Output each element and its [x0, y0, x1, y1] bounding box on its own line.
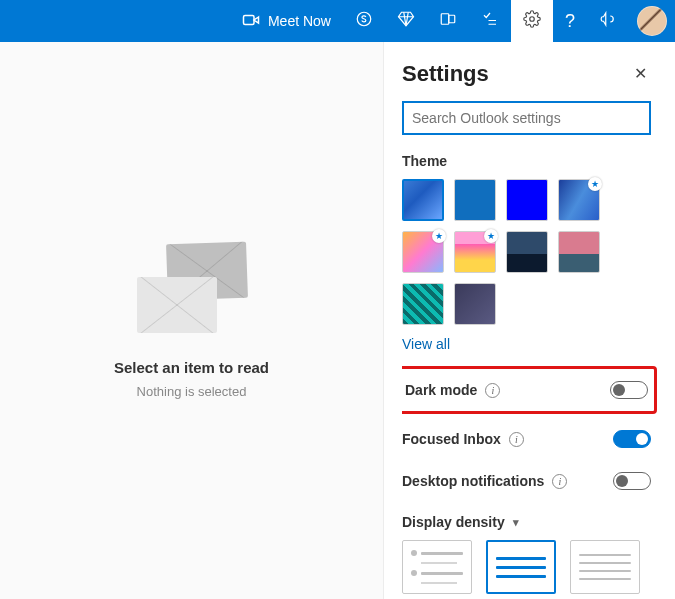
theme-tile[interactable] — [506, 179, 548, 221]
settings-panel: Settings ✕ Theme ★★★ View all Dark mode … — [384, 42, 675, 599]
density-medium[interactable] — [486, 540, 556, 594]
dark-mode-toggle[interactable] — [610, 381, 648, 399]
close-icon: ✕ — [634, 65, 647, 82]
todo-icon — [481, 10, 499, 32]
empty-state-illustration — [137, 243, 247, 333]
outlook-icon — [439, 10, 457, 32]
top-bar: Meet Now ? — [0, 0, 675, 42]
todo-button[interactable] — [469, 0, 511, 42]
settings-button[interactable] — [511, 0, 553, 42]
star-icon: ★ — [432, 229, 446, 243]
theme-tile[interactable]: ★ — [558, 179, 600, 221]
focused-inbox-row: Focused Inbox i — [402, 418, 651, 460]
svg-point-4 — [530, 17, 535, 22]
focused-inbox-label: Focused Inbox — [402, 431, 501, 447]
info-icon[interactable]: i — [485, 383, 500, 398]
theme-tile[interactable] — [454, 179, 496, 221]
main-area: Select an item to read Nothing is select… — [0, 42, 675, 599]
reading-pane-subtitle: Nothing is selected — [137, 384, 247, 399]
premium-button[interactable] — [385, 0, 427, 42]
info-icon[interactable]: i — [509, 432, 524, 447]
star-icon: ★ — [484, 229, 498, 243]
theme-tile[interactable]: ★ — [402, 231, 444, 273]
density-compact[interactable] — [570, 540, 640, 594]
desktop-notifications-toggle[interactable] — [613, 472, 651, 490]
svg-rect-2 — [441, 14, 449, 25]
chevron-down-icon: ▾ — [513, 516, 519, 529]
avatar[interactable] — [637, 6, 667, 36]
theme-tile[interactable] — [402, 283, 444, 325]
theme-grid: ★★★ — [402, 179, 651, 325]
dark-mode-highlight: Dark mode i — [402, 366, 657, 414]
close-button[interactable]: ✕ — [630, 60, 651, 87]
reading-pane: Select an item to read Nothing is select… — [0, 42, 384, 599]
view-all-label: View all — [402, 336, 450, 352]
meet-now-button[interactable]: Meet Now — [230, 0, 343, 42]
density-full[interactable] — [402, 540, 472, 594]
skype-icon — [355, 10, 373, 32]
theme-tile[interactable]: ★ — [454, 231, 496, 273]
whats-new-button[interactable] — [587, 0, 629, 42]
dark-mode-row: Dark mode i — [405, 369, 648, 411]
diamond-icon — [397, 10, 415, 32]
theme-tile[interactable] — [402, 179, 444, 221]
skype-button[interactable] — [343, 0, 385, 42]
video-camera-icon — [242, 11, 260, 32]
display-density-label: Display density — [402, 514, 505, 530]
svg-rect-0 — [243, 15, 254, 24]
gear-icon — [523, 10, 541, 32]
svg-rect-3 — [449, 15, 455, 23]
desktop-notifications-label: Desktop notifications — [402, 473, 544, 489]
desktop-notifications-row: Desktop notifications i — [402, 460, 651, 502]
dark-mode-label: Dark mode — [405, 382, 477, 398]
megaphone-icon — [599, 10, 617, 32]
theme-tile[interactable] — [558, 231, 600, 273]
theme-label: Theme — [402, 153, 651, 169]
theme-tile[interactable] — [454, 283, 496, 325]
star-icon: ★ — [588, 177, 602, 191]
help-button[interactable]: ? — [553, 0, 587, 42]
outlook-app-button[interactable] — [427, 0, 469, 42]
search-input[interactable] — [402, 101, 651, 135]
focused-inbox-toggle[interactable] — [613, 430, 651, 448]
help-icon: ? — [565, 11, 575, 32]
display-density-options — [402, 540, 651, 594]
theme-tile[interactable] — [506, 231, 548, 273]
meet-now-label: Meet Now — [268, 13, 331, 29]
reading-pane-title: Select an item to read — [114, 359, 269, 376]
settings-title: Settings — [402, 61, 489, 87]
info-icon[interactable]: i — [552, 474, 567, 489]
view-all-themes-link[interactable]: View all — [402, 336, 450, 352]
